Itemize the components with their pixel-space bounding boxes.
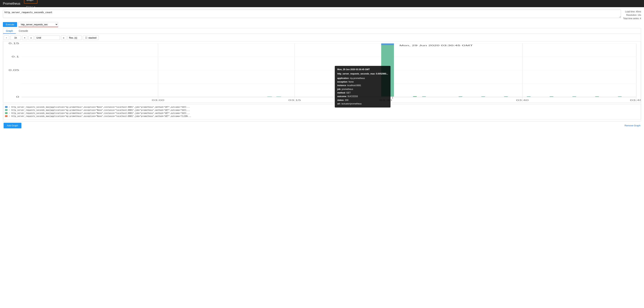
svg-text:03:00: 03:00 xyxy=(152,99,164,101)
legend-color-swatch xyxy=(5,109,8,111)
resolution: Resolution: 14s xyxy=(623,13,641,17)
query-row: http_server_requests_seconds_count Load … xyxy=(3,10,641,20)
stacked-label: stacked xyxy=(88,36,96,39)
execute-button[interactable]: Execute xyxy=(3,22,17,27)
legend-label: http_server_requests_seconds_max{applica… xyxy=(11,115,191,117)
legend-check-icon: ✓ xyxy=(9,115,10,117)
legend-item[interactable]: ✓ http_server_requests_seconds_max{appli… xyxy=(5,112,639,115)
forward-button[interactable]: » xyxy=(61,35,66,40)
legend-check-icon: ✓ xyxy=(9,109,10,111)
svg-text:03:40: 03:40 xyxy=(516,99,529,101)
remove-graph-button[interactable]: Remove Graph xyxy=(624,124,640,127)
graph-section: GraphConsole − + « » ☑ stacked xyxy=(3,28,641,121)
metric-select-underline xyxy=(18,27,58,27)
legend-items: ✓ http_server_requests_seconds_max{appli… xyxy=(5,106,639,118)
back-button[interactable]: « xyxy=(28,35,34,40)
nav-item-graph[interactable]: Graph xyxy=(24,0,38,3)
tab-graph[interactable]: Graph xyxy=(3,28,16,34)
svg-text:Mon, 29 Jun 2020 03:30:45 GMT: Mon, 29 Jun 2020 03:30:45 GMT xyxy=(400,44,473,46)
query-input[interactable]: http_server_requests_seconds_count xyxy=(3,10,621,18)
svg-text:0.15: 0.15 xyxy=(9,42,19,44)
execute-row: Execute http_server_requests_sec xyxy=(3,22,641,27)
tabs-container: GraphConsole xyxy=(3,28,31,33)
navbar: Prometheus AlertsGraphStatus ▾Help xyxy=(0,0,644,7)
chart-container: 0.15 0.1 0.05 0 03:00 03:15 03:30 03:40 … xyxy=(3,41,641,103)
load-time: Load time: 45ms xyxy=(623,10,641,13)
main-content: http_server_requests_seconds_count Load … xyxy=(0,7,644,132)
legend-label: http_server_requests_seconds_max{applica… xyxy=(11,106,190,108)
query-meta: Load time: 45ms Resolution: 14s Total ti… xyxy=(623,10,641,20)
svg-text:03:45: 03:45 xyxy=(630,99,641,101)
bottom-bar: Add Graph Remove Graph xyxy=(3,121,641,130)
legend-item[interactable]: ✓ http_server_requests_seconds_max{appli… xyxy=(5,106,639,109)
metric-select[interactable]: http_server_requests_sec xyxy=(18,22,58,27)
stacked-button[interactable]: ☑ stacked xyxy=(83,35,99,40)
svg-rect-25 xyxy=(413,96,417,97)
svg-text:0: 0 xyxy=(16,96,19,98)
chart-svg: 0.15 0.1 0.05 0 03:00 03:15 03:30 03:40 … xyxy=(3,42,641,102)
stacked-check-icon: ☑ xyxy=(85,36,88,39)
plus-button[interactable]: + xyxy=(22,35,28,40)
svg-text:03:30: 03:30 xyxy=(380,99,392,101)
minus-button[interactable]: − xyxy=(4,35,9,40)
legend-label: http_server_requests_seconds_max{applica… xyxy=(11,112,190,114)
graph-controls: − + « » ☑ stacked xyxy=(3,35,641,40)
brand: Prometheus xyxy=(3,2,20,5)
legend-color-swatch xyxy=(5,106,8,108)
legend-check-icon: ✓ xyxy=(9,112,10,114)
legend-item[interactable]: ✓ http_server_requests_seconds_max{appli… xyxy=(5,115,639,118)
add-graph-button[interactable]: Add Graph xyxy=(4,123,22,128)
legend-check-icon: ✓ xyxy=(9,106,10,108)
tab-console[interactable]: Console xyxy=(16,28,31,34)
until-input[interactable] xyxy=(35,35,60,40)
duration-input[interactable] xyxy=(10,35,21,40)
svg-text:0.1: 0.1 xyxy=(12,55,19,58)
tab-bar: GraphConsole xyxy=(3,28,641,34)
legend-color-swatch xyxy=(5,115,8,117)
svg-rect-21 xyxy=(381,45,394,96)
legend: ✓ http_server_requests_seconds_max{appli… xyxy=(3,104,641,119)
svg-text:03:15: 03:15 xyxy=(288,99,301,101)
total-series: Total time series: 4 xyxy=(623,17,641,20)
svg-rect-22 xyxy=(381,43,394,45)
res-input[interactable] xyxy=(68,35,82,40)
svg-text:0.05: 0.05 xyxy=(9,69,19,71)
legend-color-swatch xyxy=(5,112,8,114)
legend-item[interactable]: ✓ http_server_requests_seconds_max{appli… xyxy=(5,109,639,112)
legend-label: http_server_requests_seconds_max{applica… xyxy=(11,109,190,111)
